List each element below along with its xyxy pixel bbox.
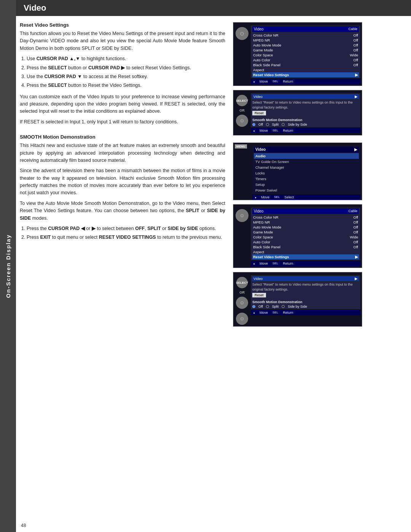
s4-row-mpeg: MPEG NROff	[252, 220, 359, 225]
s4-row-cross: Cross Color NROff	[252, 215, 359, 220]
s4-row-black-side: Black Side PanelOff	[252, 244, 359, 249]
page-title: Video	[24, 3, 403, 13]
move-icon-3: ⬥	[255, 195, 256, 199]
screen5-desc: Select "Reset" to return to Video menu s…	[252, 282, 359, 292]
main-content: Video Reset Video Settings This function…	[16, 0, 411, 342]
s5-radio-off-label: Off	[258, 305, 263, 308]
return-label-2: Return	[283, 129, 293, 133]
screen3-bottom: ⬥ Move SEL Select	[252, 195, 360, 200]
s5-smd-section: Smooth Motion Demonstration Off Split Si…	[252, 300, 359, 308]
row-reset-video: Reset Video Settings▶	[252, 72, 359, 77]
screen4-bottom: ⬥ Move SEL Return	[251, 261, 360, 266]
smd-section: Smooth Motion Demonstration Off Split Si…	[252, 118, 359, 126]
screen3: MENU Video ▶ Audio TV Guide On Screen Ch…	[233, 142, 362, 200]
section2-para2: Since the advent of television there has…	[20, 167, 225, 197]
radio-side-empty	[282, 123, 285, 126]
or-text-5: OR	[239, 291, 245, 294]
menu-item-timers: Timers	[254, 176, 359, 182]
or-text-2: OR	[239, 109, 245, 112]
radio-side-label: Side by Side	[288, 123, 307, 126]
step1-3: Use the CURSOR PAD ▼ to access at the Re…	[27, 73, 225, 80]
radio-off-filled	[252, 123, 255, 126]
menu-item-power: Power Swivel	[254, 187, 359, 193]
screen2-title: Video	[253, 94, 263, 99]
screen4-panel: Video Cable Cross Color NROff MPEG NROff…	[251, 208, 360, 266]
s4-row-color-space: Color SpaceWide	[252, 235, 359, 240]
screen2: SELECT OR ⊙ Video ▶ Select "Reset" to re…	[233, 90, 362, 136]
section2-para1: This Hitachi new and exclusive state of …	[20, 142, 225, 164]
s4-row-aspect: Aspect	[252, 249, 359, 254]
radio-split-empty	[266, 123, 269, 126]
s5-radio-side-label: Side by Side	[288, 305, 307, 308]
screen4-cable: Cable	[348, 209, 357, 213]
menu-item-tvguide: TV Guide On Screen	[254, 159, 359, 165]
sidebar: On-Screen Display	[0, 0, 16, 532]
section1-steps: Use CURSOR PAD ▲,▼ to highlight function…	[27, 55, 225, 89]
screen3-title: Video	[255, 147, 266, 152]
screen3-panel: Video ▶ Audio TV Guide On Screen Channel…	[233, 144, 362, 200]
row-color-space: Color SpaceWide	[252, 53, 359, 58]
screens-column: ⊙ Video Cable Cross Color NROff MPEG NRO…	[233, 22, 362, 327]
reset-button: Reset	[252, 111, 266, 115]
menu-item-channel: Channel Manager	[254, 165, 359, 170]
sidebar-label: On-Screen Display	[5, 234, 11, 298]
return-label-5: Return	[283, 311, 293, 315]
section2-para3: To view the Auto Movie Mode Smooth Motio…	[20, 200, 225, 222]
step1-1: Use CURSOR PAD ▲,▼ to highlight function…	[27, 55, 225, 62]
move-icon-2: ⬥	[253, 129, 255, 133]
screen1-bottom: ⬥ Move SEL Return	[251, 79, 360, 84]
step1-4: Press the SELECT button to Reset the Vid…	[27, 82, 225, 89]
content-area: Reset Video Settings This function allow…	[16, 22, 411, 327]
dpad-4: ⊙	[236, 209, 249, 222]
radio-split-label: Split	[272, 123, 279, 126]
screen3-title-row: Video ▶	[254, 147, 359, 152]
screen2-title-row: Video ▶	[252, 94, 359, 99]
s5-smd-title: Smooth Motion Demonstration	[252, 300, 359, 304]
select-btn-2: SELECT	[236, 95, 248, 106]
remote-side-4: ⊙	[235, 208, 249, 266]
s4-row-auto-color: Auto ColorOff	[252, 240, 359, 244]
move-label-3: Move	[261, 195, 269, 199]
s5-reset-button: Reset	[252, 293, 266, 297]
s4-row-auto-movie: Auto Movie ModeOff	[252, 225, 359, 230]
row-auto-color: Auto ColorOff	[252, 58, 359, 62]
screen1-title: Video	[254, 27, 263, 31]
screen1-panel: Video Cable Cross Color NROff MPEG NROff…	[251, 26, 360, 84]
screen1-cable: Cable	[348, 27, 357, 31]
screen5-title-row: Video ▶	[252, 276, 359, 281]
sel-icon-1: SEL	[272, 80, 278, 83]
sel-icon-5: SEL	[272, 311, 278, 315]
menu-item-locks: Locks	[254, 170, 359, 176]
dpad-5b: ⊙	[236, 313, 248, 325]
s5-radio-split-label: Split	[272, 305, 279, 308]
screen5-bottom: ⬥ Move SEL Return	[251, 310, 360, 315]
screen5-panel: Video ▶ Select "Reset" to return to Vide…	[251, 275, 360, 325]
move-icon-5: ⬥	[253, 311, 255, 315]
row-mpeg-nr: MPEG NROff	[252, 38, 359, 43]
menu-item-setup: Setup	[254, 182, 359, 187]
dpad-5: ⊙	[236, 297, 248, 309]
remote-side-1: ⊙	[235, 26, 249, 84]
move-icon-4: ⬥	[253, 262, 255, 265]
screen5-title: Video	[253, 276, 263, 281]
menu-badge: MENU	[235, 144, 247, 149]
sel-icon-3: SEL	[274, 195, 280, 199]
screen1-title-row: Video Cable	[252, 26, 359, 32]
row-auto-movie: Auto Movie ModeOff	[252, 43, 359, 48]
screen2-desc: Select "Reset" to return to Video menu s…	[252, 100, 359, 110]
remote-side-2: SELECT OR ⊙	[235, 93, 249, 133]
section2-title: SMOOTH Motion Demonstration	[20, 134, 225, 140]
radio-row: Off Split Side by Side	[252, 123, 359, 126]
header-bar: Video	[16, 0, 411, 16]
sel-icon-4: SEL	[272, 262, 278, 265]
row-cross-color: Cross Color NROff	[252, 33, 359, 38]
move-label-2: Move	[260, 129, 268, 133]
select-btn-5: SELECT	[236, 277, 248, 288]
dpad-1: ⊙	[236, 27, 249, 40]
screen4-title-row: Video Cable	[252, 208, 359, 214]
s5-radio-off-filled	[252, 305, 255, 308]
text-column: Reset Video Settings This function allow…	[20, 22, 233, 327]
step1-2: Press the SELECT button or CURSOR PAD ▶ …	[27, 64, 225, 72]
row-aspect: Aspect	[252, 67, 359, 72]
return-label-4: Return	[283, 262, 293, 265]
